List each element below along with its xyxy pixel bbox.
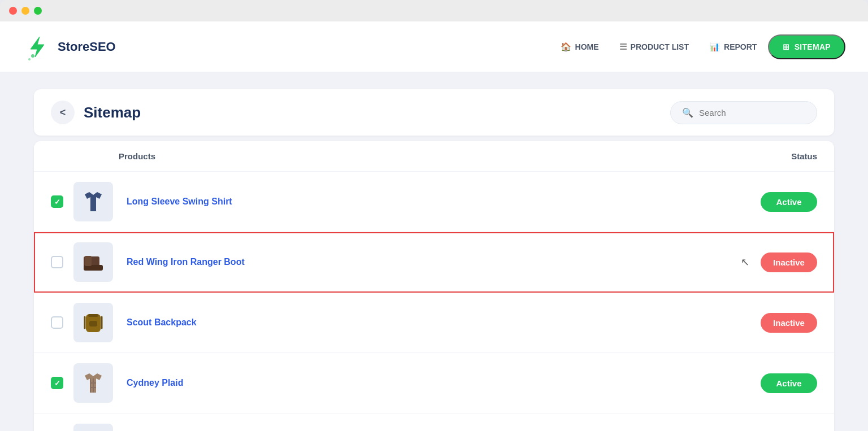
table-row: Scout Backpack Inactive — [34, 293, 834, 353]
app-container: StoreSEO 🏠 HOME ☰ PRODUCT LIST 📊 REPORT … — [0, 21, 868, 431]
status-badge-1[interactable]: Active — [761, 192, 817, 212]
nav-report-label: REPORT — [724, 42, 757, 51]
row-checkbox-1[interactable] — [51, 195, 63, 208]
cursor-icon: ↖ — [741, 256, 749, 268]
status-badge-4[interactable]: Active — [761, 373, 817, 393]
svg-point-2 — [28, 58, 31, 60]
svg-rect-8 — [89, 321, 97, 326]
nav-home[interactable]: 🏠 HOME — [561, 42, 599, 52]
page-header-card: < Sitemap 🔍 — [34, 89, 834, 136]
search-input[interactable] — [699, 108, 801, 117]
svg-point-1 — [31, 54, 34, 58]
logo-area: StoreSEO — [23, 32, 116, 62]
table-row: Long Sleeve Swing Shirt Active — [34, 172, 834, 232]
table-row: Red Wing Iron Ranger Boot ↖ Inactive — [34, 232, 834, 293]
row-checkbox-2[interactable] — [51, 256, 63, 268]
product-name-3: Scout Backpack — [127, 317, 761, 328]
sitemap-nav-icon: ⊞ — [783, 42, 789, 51]
table-row: Cydney Plaid Active — [34, 353, 834, 413]
product-table: Products Status Long Sleeve Swing Shirt … — [34, 141, 834, 431]
svg-rect-7 — [88, 314, 98, 317]
report-icon: 📊 — [709, 42, 720, 52]
product-name-1: Long Sleeve Swing Shirt — [127, 197, 761, 207]
nav-links: 🏠 HOME ☰ PRODUCT LIST 📊 REPORT — [561, 42, 757, 52]
nav-home-label: HOME — [575, 42, 599, 51]
status-badge-3[interactable]: Inactive — [761, 313, 817, 333]
table-header: Products Status — [34, 141, 834, 172]
page-content: < Sitemap 🔍 Products Status — [0, 72, 868, 431]
product-name-2: Red Wing Iron Ranger Boot — [127, 257, 741, 267]
window-chrome — [0, 0, 868, 21]
product-image-5 — [73, 424, 113, 431]
back-button[interactable]: < — [51, 101, 75, 124]
fullscreen-button[interactable] — [34, 7, 42, 15]
minimize-button[interactable] — [21, 7, 29, 15]
col-status-header: Status — [744, 151, 817, 161]
nav-product-list[interactable]: ☰ PRODUCT LIST — [619, 42, 689, 52]
search-icon: 🔍 — [682, 107, 693, 118]
search-box[interactable]: 🔍 — [670, 101, 817, 124]
nav-product-list-label: PRODUCT LIST — [631, 42, 689, 51]
svg-rect-5 — [85, 256, 92, 266]
logo-text: StoreSEO — [58, 40, 116, 54]
page-header-left: < Sitemap — [51, 101, 141, 124]
nav-report[interactable]: 📊 REPORT — [709, 42, 757, 52]
list-icon: ☰ — [619, 42, 627, 52]
product-image-2 — [73, 242, 113, 282]
sitemap-nav-label: SITEMAP — [795, 42, 831, 51]
page-title: Sitemap — [84, 104, 141, 121]
logo-icon — [23, 32, 52, 62]
status-badge-2[interactable]: Inactive — [761, 252, 817, 272]
close-button[interactable] — [9, 7, 17, 15]
top-nav: StoreSEO 🏠 HOME ☰ PRODUCT LIST 📊 REPORT … — [0, 21, 868, 72]
home-icon: 🏠 — [561, 42, 571, 52]
back-icon: < — [60, 107, 66, 119]
product-image-3 — [73, 303, 113, 342]
table-row: Duckworth Woolfill Jacket Active — [34, 413, 834, 431]
product-name-4: Cydney Plaid — [127, 378, 761, 388]
row-checkbox-4[interactable] — [51, 377, 63, 389]
row-checkbox-3[interactable] — [51, 316, 63, 329]
product-image-4 — [73, 363, 113, 403]
col-products-header: Products — [51, 151, 744, 161]
sitemap-nav-button[interactable]: ⊞ SITEMAP — [768, 34, 845, 59]
product-image-1 — [73, 182, 113, 221]
